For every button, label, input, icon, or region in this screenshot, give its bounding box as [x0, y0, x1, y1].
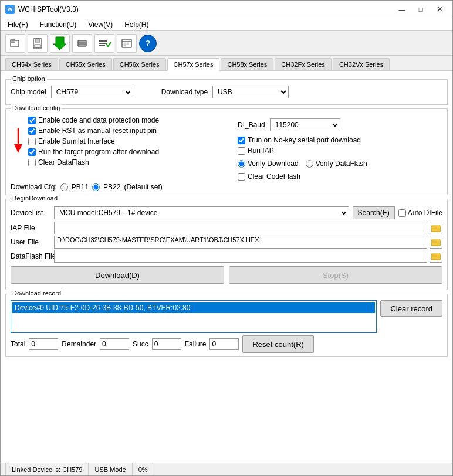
verify-dataflash-label[interactable]: Verify DataFlash — [316, 159, 367, 168]
enable-code-protection-label[interactable]: Enable code and data protection mode — [38, 116, 159, 124]
tab-ch55x[interactable]: CH55x Series — [59, 58, 112, 70]
clear-codeflash-checkbox[interactable] — [238, 173, 245, 181]
menu-bar: File(F) Function(U) View(V) Help(H) — [1, 18, 452, 31]
tab-ch57x[interactable]: CH57x Series — [167, 58, 220, 71]
pb11-radio[interactable] — [60, 183, 68, 191]
record-row-0: Device#0 UID:75-F2-0D-26-3B-38-BD-50, BT… — [12, 302, 375, 313]
auto-di-file-row: Auto DIFile — [398, 209, 442, 217]
tab-ch32fx[interactable]: CH32Fx Series — [275, 58, 332, 70]
title-bar: W WCHISPTool(V3.3) — □ ✕ — [1, 1, 452, 18]
dataflash-file-row: DataFlash File — [11, 250, 442, 263]
clear-codeflash-label[interactable]: Clear CodeFlash — [248, 172, 300, 181]
run-iap-checkbox[interactable] — [238, 147, 245, 155]
user-file-path: D:\DOC\CH32\CH579-MASTER\SRC\EXAM\UART1\… — [54, 236, 427, 249]
download-type-label: Download type — [161, 88, 208, 96]
download-record-section: Download record Device#0 UID:75-F2-0D-26… — [5, 294, 448, 357]
enable-sumilat-checkbox[interactable] — [28, 138, 36, 145]
user-file-row: User File D:\DOC\CH32\CH579-MASTER\SRC\E… — [11, 236, 442, 249]
download-type-select[interactable]: USB — [212, 86, 289, 98]
download-arrow-icon — [53, 36, 66, 51]
auto-di-file-checkbox[interactable] — [398, 209, 406, 217]
trun-no-key-row: Trun on No-key serial port download — [238, 136, 442, 144]
stop-button[interactable] — [72, 34, 92, 53]
remainder-value[interactable] — [100, 338, 129, 350]
enable-sumilat-label[interactable]: Enable Sumilat Interface — [38, 137, 115, 145]
help-button[interactable]: ? — [139, 35, 157, 52]
open-icon — [9, 38, 21, 49]
clear-record-button[interactable]: Clear record — [380, 300, 442, 317]
auto-di-file-label[interactable]: Auto DIFile — [408, 209, 442, 217]
svg-rect-24 — [431, 255, 436, 257]
user-file-browse-button[interactable] — [430, 236, 442, 249]
menu-file[interactable]: File(F) — [5, 20, 31, 29]
clear-codeflash-row: Clear CodeFlash — [238, 172, 442, 181]
pb22-label[interactable]: PB22 — [103, 183, 120, 191]
open-button[interactable] — [5, 34, 25, 53]
stats-row: Total Remainder Succ Failure Reset count… — [11, 335, 442, 353]
maximize-button[interactable]: □ — [413, 4, 429, 15]
verify-button[interactable] — [94, 34, 114, 53]
chip-option-label: Chip option — [11, 75, 47, 82]
run-target-program-checkbox[interactable] — [28, 148, 36, 156]
iap-file-browse-button[interactable] — [430, 222, 442, 234]
download-button[interactable] — [50, 34, 70, 53]
close-button[interactable]: ✕ — [431, 4, 448, 15]
failure-value[interactable] — [209, 338, 239, 350]
chip-model-label: Chip model — [11, 88, 46, 96]
verify-download-radio[interactable] — [238, 160, 245, 168]
menu-view[interactable]: View(V) — [86, 20, 115, 29]
status-linked-device: Linked Device is: CH579 — [5, 463, 89, 475]
svg-rect-4 — [35, 45, 40, 47]
run-target-program-label[interactable]: Run the target program after download — [38, 148, 159, 156]
main-window: W WCHISPTool(V3.3) — □ ✕ File(F) Functio… — [0, 0, 453, 476]
folder-icon2 — [431, 238, 441, 246]
tab-ch58x[interactable]: CH58x Series — [221, 58, 273, 70]
svg-rect-3 — [35, 39, 40, 42]
menu-help[interactable]: Help(H) — [122, 20, 151, 29]
search-button[interactable]: Search(E) — [353, 206, 395, 219]
trun-no-key-label[interactable]: Trun on No-key serial port download — [248, 136, 361, 144]
enable-rst-label[interactable]: Enable RST as manual reset input pin — [38, 127, 157, 135]
remainder-label: Remainder — [62, 340, 96, 348]
tab-ch54x[interactable]: CH54x Series — [5, 58, 58, 70]
pb11-label[interactable]: PB11 — [72, 183, 89, 191]
tabs-bar: CH54x Series CH55x Series CH56x Series C… — [1, 56, 452, 71]
total-label: Total — [11, 340, 25, 348]
succ-value[interactable] — [152, 338, 181, 350]
menu-function[interactable]: Function(U) — [38, 20, 79, 29]
clear-dataflash-checkbox[interactable] — [28, 159, 36, 166]
enable-code-protection-row: Enable code and data protection mode — [28, 116, 233, 124]
dataflash-file-label: DataFlash File — [11, 252, 52, 260]
save-button[interactable] — [28, 34, 48, 53]
tab-ch56x[interactable]: CH56x Series — [113, 58, 166, 70]
download-button-main[interactable]: Download(D) — [11, 266, 224, 284]
download-cfg-row: Download Cfg: PB11 PB22 (Default set) — [11, 183, 442, 191]
svg-marker-5 — [53, 37, 66, 50]
run-iap-label[interactable]: Run IAP — [248, 147, 274, 155]
svg-rect-22 — [431, 241, 436, 243]
dataflash-file-browse-button[interactable] — [430, 250, 442, 263]
calendar-icon — [121, 38, 133, 49]
clear-dataflash-row: Clear DataFlash — [28, 158, 233, 166]
calendar-button[interactable] — [117, 34, 137, 53]
download-record-label: Download record — [11, 290, 63, 297]
app-icon: W — [5, 5, 15, 14]
enable-code-protection-checkbox[interactable] — [28, 117, 36, 124]
verify-download-label[interactable]: Verify Download — [248, 159, 299, 168]
reset-count-button[interactable]: Reset count(R) — [242, 335, 313, 353]
di-baud-select[interactable]: 115200 57600 38400 — [270, 118, 340, 131]
clear-dataflash-label[interactable]: Clear DataFlash — [38, 158, 89, 166]
trun-no-key-checkbox[interactable] — [238, 137, 245, 144]
chip-model-select[interactable]: CH579 — [51, 86, 133, 98]
minimize-button[interactable]: — — [394, 4, 410, 15]
enable-rst-checkbox[interactable] — [28, 127, 36, 135]
chip-option-section: Chip option Chip model CH579 Download ty… — [5, 79, 448, 105]
pb22-radio[interactable] — [92, 183, 100, 191]
run-target-program-row: Run the target program after download — [28, 148, 233, 156]
tab-ch32vx[interactable]: CH32Vx Series — [333, 58, 390, 70]
device-list-select[interactable]: MCU model:CH579---1# device — [54, 206, 349, 219]
di-baud-row: DI_Baud 115200 57600 38400 — [238, 118, 442, 131]
total-value[interactable] — [29, 338, 58, 350]
verify-dataflash-radio[interactable] — [306, 160, 313, 168]
stop-button-main[interactable]: Stop(S) — [229, 266, 442, 284]
